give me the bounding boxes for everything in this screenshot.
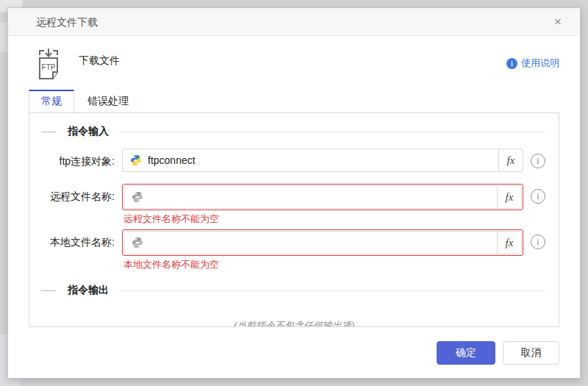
input-section-title: 指令输入 bbox=[68, 125, 109, 138]
validation-error-text: 本地文件名称不能为空 bbox=[123, 259, 523, 271]
field-label: 本地文件名称: bbox=[41, 229, 122, 254]
help-link-label: 使用说明 bbox=[521, 57, 559, 70]
python-icon bbox=[130, 154, 142, 166]
dialog-titlebar: 远程文件下载 × bbox=[8, 8, 580, 36]
output-section-title: 指令输出 bbox=[68, 284, 109, 297]
form-row-remote-filename: 远程文件名称: fx 远程文件名称不能为空 bbox=[41, 184, 547, 225]
local-filename-input[interactable] bbox=[149, 232, 497, 254]
fx-expression-button[interactable]: fx bbox=[497, 232, 521, 254]
tab-general[interactable]: 常规 bbox=[29, 90, 74, 112]
validation-error-text: 远程文件名称不能为空 bbox=[123, 213, 523, 225]
form-row-ftp-connection: ftp连接对象: fx i bbox=[41, 149, 547, 174]
output-empty-message: (当前指令不包含任何输出项) bbox=[41, 319, 547, 327]
field-label: 远程文件名称: bbox=[41, 184, 122, 209]
field-label: ftp连接对象: bbox=[41, 149, 122, 174]
cancel-button[interactable]: 取消 bbox=[503, 341, 559, 365]
command-header: FTP 下载文件 i 使用说明 bbox=[8, 36, 580, 80]
ok-button[interactable]: 确定 bbox=[437, 341, 495, 365]
dialog-title: 远程文件下载 bbox=[36, 8, 549, 36]
svg-text:FTP: FTP bbox=[42, 63, 56, 71]
ftp-connection-input-group: fx bbox=[122, 149, 523, 172]
info-circle-icon: i bbox=[506, 58, 517, 69]
command-name-label: 下载文件 bbox=[79, 54, 120, 68]
remote-filename-input[interactable] bbox=[149, 186, 497, 208]
background-patch bbox=[0, 22, 7, 51]
error-border: fx bbox=[122, 184, 523, 210]
field-info-icon[interactable]: i bbox=[531, 189, 545, 204]
settings-tabbar: 常规 错误处理 bbox=[29, 90, 559, 112]
collapse-dash-icon[interactable] bbox=[41, 290, 56, 291]
dialog-footer: 确定 取消 bbox=[8, 341, 580, 378]
ftp-download-icon: FTP bbox=[36, 48, 61, 80]
tab-error-handling[interactable]: 错误处理 bbox=[74, 90, 142, 112]
field-info-icon[interactable]: i bbox=[531, 235, 545, 249]
remote-filename-input-group: fx bbox=[123, 185, 522, 209]
collapse-dash-icon[interactable] bbox=[41, 132, 56, 132]
python-icon-gray bbox=[132, 237, 143, 249]
field-info-icon[interactable]: i bbox=[531, 154, 545, 168]
section-divider bbox=[119, 132, 545, 132]
section-divider bbox=[119, 290, 545, 291]
usage-help-link[interactable]: i 使用说明 bbox=[506, 57, 559, 70]
error-border: fx bbox=[122, 229, 523, 256]
input-section-header: 指令输入 bbox=[41, 125, 547, 138]
remote-file-download-dialog: 远程文件下载 × FTP 下载文件 i 使用说明 常规 错误处理 指令输入 bbox=[7, 7, 581, 379]
fx-expression-button[interactable]: fx bbox=[498, 149, 523, 171]
tab-content-panel: 指令输入 ftp连接对象: fx i bbox=[29, 112, 559, 327]
fx-expression-button[interactable]: fx bbox=[497, 186, 521, 208]
local-filename-input-group: fx bbox=[123, 231, 522, 254]
output-section-header: 指令输出 bbox=[41, 284, 547, 297]
form-row-local-filename: 本地文件名称: fx 本地文件名称不能为空 bbox=[41, 229, 547, 271]
python-icon-gray bbox=[132, 191, 143, 203]
ftp-connection-input[interactable] bbox=[148, 149, 498, 171]
close-icon[interactable]: × bbox=[549, 13, 567, 31]
